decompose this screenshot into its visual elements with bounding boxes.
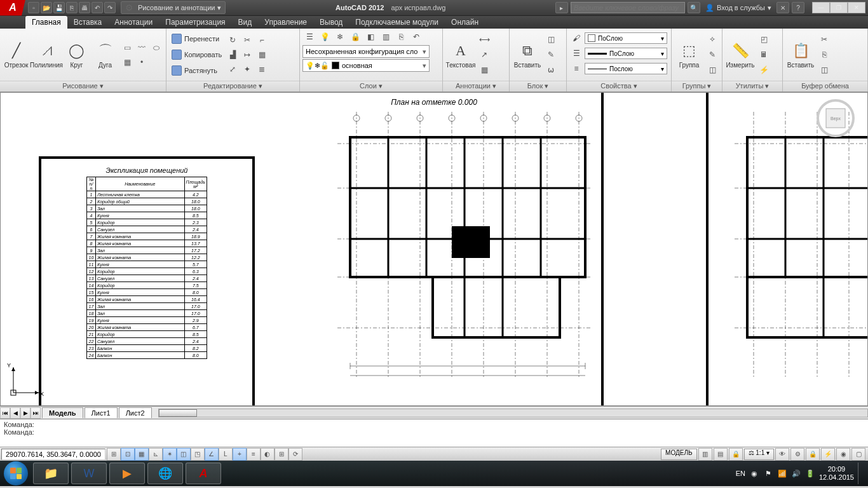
group-button[interactable]: ⬚Группа (674, 30, 704, 79)
tab-first-button[interactable]: ⏮ (0, 407, 10, 419)
linetype-selector[interactable]: Послою▾ (585, 63, 667, 74)
tab-model[interactable]: Модель (42, 407, 83, 418)
taskbar-mediaplayer[interactable]: ▶ (109, 463, 145, 484)
annoscale-lock-icon[interactable]: 🔒 (729, 448, 743, 461)
match-props-icon[interactable]: 🖌 (569, 31, 583, 45)
taskbar-word[interactable]: W (71, 463, 107, 484)
qat-new-icon[interactable]: ▫ (28, 2, 39, 13)
language-indicator[interactable]: EN (736, 470, 745, 477)
group-sel-icon[interactable]: ◫ (705, 63, 719, 77)
leader-icon[interactable]: ↗ (477, 48, 491, 62)
dyn-input-icon[interactable]: + (233, 448, 247, 461)
tab-online[interactable]: Онлайн (445, 16, 485, 29)
quickview-layouts-icon[interactable]: ▥ (698, 448, 712, 461)
tab-parametric[interactable]: Параметризация (159, 16, 231, 29)
cut-icon[interactable]: ✂ (817, 32, 831, 46)
layer-state-selector[interactable]: Несохраненная конфигурация сло▾ (302, 45, 430, 58)
show-desktop-button[interactable] (858, 463, 863, 484)
ungroup-icon[interactable]: ✧ (705, 32, 719, 46)
dimension-icon[interactable]: ⟷ (477, 32, 491, 46)
workspace-switch-icon[interactable]: ⚙ (790, 448, 804, 461)
create-block-icon[interactable]: ◫ (544, 32, 558, 46)
layer-walk-icon[interactable]: ▥ (379, 30, 393, 44)
polar-icon[interactable]: ✶ (163, 448, 177, 461)
paste-button[interactable]: 📋Вставить (785, 30, 816, 79)
line-button[interactable]: ╱Отрезок (3, 30, 30, 79)
annotation-scale[interactable]: ⚖ 1:1 ▾ (744, 449, 774, 460)
workspace-selector[interactable]: Рисование и аннотации ▾ (121, 1, 226, 14)
scale-icon[interactable]: ⤢ (226, 62, 240, 76)
clean-screen-icon[interactable]: ▢ (851, 448, 865, 461)
transparency-icon[interactable]: ◐ (261, 448, 275, 461)
tab-annotate[interactable]: Аннотации (108, 16, 159, 29)
command-line[interactable]: Команда: Команда: (0, 419, 868, 447)
coordinates-readout[interactable]: 29070.7614, 350.3647, 0.0000 (1, 449, 105, 460)
ducs-icon[interactable]: L (219, 448, 233, 461)
tab-home[interactable]: Главная (25, 16, 67, 29)
isolate-objects-icon[interactable]: ◉ (836, 448, 850, 461)
stretch-button[interactable]: Растянуть (169, 63, 224, 78)
start-button[interactable] (4, 461, 28, 485)
quickview-drawings-icon[interactable]: ▤ (714, 448, 728, 461)
ortho-icon[interactable]: ⊾ (149, 448, 163, 461)
selection-cycle-icon[interactable]: ⟳ (288, 448, 302, 461)
layer-iso-icon[interactable]: ◧ (363, 30, 377, 44)
select-icon[interactable]: ◰ (757, 32, 771, 46)
hardware-accel-icon[interactable]: ⚡ (821, 448, 835, 461)
table-icon[interactable]: ▦ (477, 63, 491, 77)
qat-plot-icon[interactable]: 🖶 (79, 2, 90, 13)
copy-clip-icon[interactable]: ⎘ (817, 48, 831, 62)
layer-match-icon[interactable]: ⎘ (394, 30, 408, 44)
point-icon[interactable]: • (135, 55, 149, 69)
otrack-icon[interactable]: ∠ (205, 448, 219, 461)
color-selector[interactable]: ПоСлою▾ (585, 32, 667, 44)
app-menu-button[interactable]: A (0, 0, 25, 16)
panel-title-props[interactable]: Свойства ▾ (567, 81, 671, 92)
layer-prev-icon[interactable]: ↶ (409, 30, 423, 44)
spline-icon[interactable]: 〰 (135, 41, 149, 55)
polyline-button[interactable]: ⩘Полилиния (31, 30, 62, 79)
array-icon[interactable]: ▦ (255, 48, 269, 62)
ellipse-icon[interactable]: ⬭ (149, 41, 163, 55)
panel-title-util[interactable]: Утилиты ▾ (722, 81, 782, 92)
close-button[interactable]: ✕ (848, 2, 865, 13)
infocenter-search-input[interactable] (571, 2, 685, 13)
qat-saveas-icon[interactable]: ⎘ (66, 2, 78, 13)
tab-manage[interactable]: Управление (258, 16, 313, 29)
tab-layout2[interactable]: Лист2 (119, 407, 152, 418)
panel-title-modify[interactable]: Редактирование ▾ (166, 81, 299, 92)
infer-constraints-icon[interactable]: ⊞ (107, 448, 121, 461)
layer-freeze-icon[interactable]: ❄ (333, 30, 347, 44)
quick-icon[interactable]: ⚡ (757, 63, 771, 77)
hatch-icon[interactable]: ▦ (120, 55, 134, 69)
lineweight-icon[interactable]: ≡ (247, 448, 261, 461)
tray-network-icon[interactable]: 📶 (777, 468, 787, 478)
copy-button[interactable]: Копировать (169, 47, 224, 62)
measure-button[interactable]: 📏Измерить (725, 30, 756, 79)
drawing-area[interactable]: [–] [Верхняя] [2D каркас] План на отметк… (0, 92, 868, 406)
viewcube[interactable]: Верх (817, 99, 855, 137)
horizontal-scrollbar[interactable] (158, 409, 868, 417)
quickprops-icon[interactable]: ⊞ (275, 448, 288, 461)
explode-icon[interactable]: ✦ (240, 62, 254, 76)
tab-last-button[interactable]: ⏭ (31, 407, 41, 419)
qat-open-icon[interactable]: 📂 (41, 2, 52, 13)
attr-icon[interactable]: ⍵ (544, 63, 558, 77)
model-viewport[interactable]: План на отметке 0.000 Экспликация помеще… (1, 93, 867, 405)
taskbar-clock[interactable]: 20:0912.04.2015 (819, 465, 854, 482)
osnap3d-icon[interactable]: ◳ (191, 448, 205, 461)
insert-block-button[interactable]: ⧉Вставить (512, 30, 543, 79)
panel-title-block[interactable]: Блок ▾ (510, 81, 566, 92)
tab-layout1[interactable]: Лист1 (85, 407, 118, 418)
lineweight-selector[interactable]: ПоСлою▾ (585, 48, 667, 59)
layer-selector[interactable]: 💡❄🔓 основная▾ (302, 59, 430, 72)
panel-title-annotation[interactable]: Аннотации ▾ (443, 81, 509, 92)
toolbar-lock-icon[interactable]: 🔒 (806, 448, 820, 461)
layer-prop-icon[interactable]: ☰ (302, 30, 316, 44)
layer-lock-icon[interactable]: 🔒 (348, 30, 362, 44)
rectangle-icon[interactable]: ▭ (120, 41, 134, 55)
offset-icon[interactable]: ≣ (255, 62, 269, 76)
qat-save-icon[interactable]: 💾 (53, 2, 65, 13)
qat-undo-icon[interactable]: ↶ (92, 2, 103, 13)
tab-insert[interactable]: Вставка (67, 16, 109, 29)
